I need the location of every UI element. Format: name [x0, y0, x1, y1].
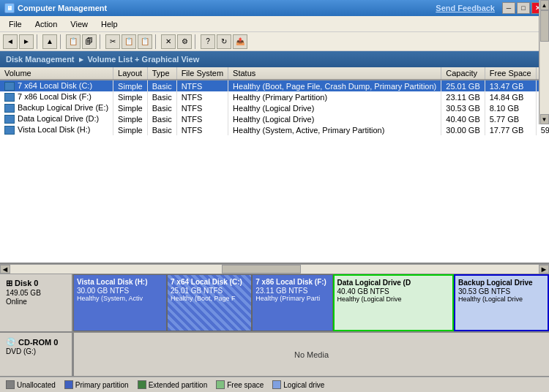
legend-primary-label: Primary partition: [75, 381, 129, 389]
cell-layout: Simple: [113, 80, 148, 91]
menu-file[interactable]: File: [3, 17, 28, 31]
menu-bar: File Action View Help: [0, 16, 549, 32]
title-bar: 🖥 Computer Management Send Feedback ─ □ …: [0, 0, 549, 16]
col-layout[interactable]: Layout: [113, 67, 148, 80]
table-row[interactable]: Vista Local Disk (H:) Simple Basic NTFS …: [0, 124, 549, 135]
cell-capacity: 40.40 GB: [441, 113, 485, 124]
disk-0-label: ⊞ Disk 0 149.05 GB Online: [0, 274, 73, 331]
legend-unalloc-label: Unallocated: [17, 381, 56, 389]
forward-button[interactable]: ►: [19, 34, 34, 49]
menu-view[interactable]: View: [64, 17, 94, 31]
cell-status: Healthy (Boot, Page File, Crash Dump, Pr…: [228, 80, 441, 91]
partition-name: Data Logical Drive (D: [337, 279, 449, 287]
cell-fs: NTFS: [176, 124, 228, 135]
send-feedback-link[interactable]: Send Feedback: [436, 4, 495, 12]
partition-status: Healthy (Boot, Page F: [171, 295, 248, 302]
export-button[interactable]: 📤: [233, 34, 247, 49]
table-row[interactable]: Backup Logical Drive (E:) Simple Basic N…: [0, 102, 549, 113]
minimize-button[interactable]: ─: [502, 2, 515, 14]
partition-status: Healthy (Logical Drive: [337, 295, 449, 303]
scroll-left-btn[interactable]: ◄: [0, 265, 10, 274]
paste-button[interactable]: 📋: [138, 34, 152, 49]
disk-0-row: ▲ ▼ ⊞ Disk 0 149.05 GB Online Vista Loca…: [0, 274, 549, 333]
col-capacity[interactable]: Capacity: [441, 67, 485, 80]
legend-primary-box: [64, 380, 73, 389]
disk-partition[interactable]: 7 x86 Local Disk (F:) 23.11 GB NTFS Heal…: [252, 274, 332, 331]
cell-free: 17.77 GB: [485, 124, 536, 135]
table-row[interactable]: 7 x64 Local Disk (C:) Simple Basic NTFS …: [0, 80, 549, 91]
partition-status: Healthy (Primary Parti: [255, 295, 329, 302]
cell-status: Healthy (Logical Drive): [228, 102, 441, 113]
table-row[interactable]: 7 x86 Local Disk (F:) Simple Basic NTFS …: [0, 91, 549, 102]
cut-button[interactable]: ✂: [105, 34, 120, 49]
menu-help[interactable]: Help: [95, 17, 124, 31]
cell-capacity: 30.00 GB: [441, 124, 485, 135]
cell-fs: NTFS: [176, 80, 228, 91]
toolbar-separator-4: [155, 34, 158, 49]
legend-primary: Primary partition: [64, 380, 129, 389]
properties-button[interactable]: ⚙: [177, 34, 192, 49]
legend-extended-box: [138, 380, 146, 389]
refresh-button[interactable]: ↻: [217, 34, 231, 49]
cell-layout: Simple: [113, 124, 148, 135]
cell-layout: Simple: [113, 113, 148, 124]
cell-capacity: 23.11 GB: [441, 91, 485, 102]
toolbar: ◄ ► ▲ 📋 🗐 ✂ 📋 📋 ✕ ⚙ ? ↻ 📤: [0, 32, 549, 51]
disk-partition[interactable]: Data Logical Drive (D 40.40 GB NTFS Heal…: [333, 274, 454, 331]
col-freespace[interactable]: Free Space: [485, 67, 536, 80]
cell-volume: Data Logical Drive (D:): [0, 113, 113, 124]
scroll-right-btn[interactable]: ►: [539, 265, 549, 274]
legend-logical: Logical drive: [272, 380, 324, 389]
partition-name: 7 x86 Local Disk (F:): [255, 278, 329, 286]
cell-free: 13.47 GB: [485, 80, 536, 91]
disk-partition[interactable]: 7 x64 Local Disk (C:) 25.01 GB NTFS Heal…: [167, 274, 252, 331]
col-volume[interactable]: Volume: [0, 67, 113, 80]
menu-action[interactable]: Action: [29, 17, 64, 31]
cell-type: Basic: [147, 91, 176, 102]
cell-volume: 7 x64 Local Disk (C:): [0, 80, 113, 91]
cell-free: 14.84 GB: [485, 91, 536, 102]
legend-free: Free space: [216, 380, 264, 389]
new-window-button[interactable]: 🗐: [82, 34, 97, 49]
restore-button[interactable]: □: [517, 2, 530, 14]
col-status[interactable]: Status: [228, 67, 441, 80]
show-hide-console-button[interactable]: 📋: [66, 34, 81, 49]
toolbar-separator-3: [100, 34, 102, 49]
table-row[interactable]: Data Logical Drive (D:) Simple Basic NTF…: [0, 113, 549, 124]
help-toolbar-button[interactable]: ?: [201, 34, 215, 49]
col-filesystem[interactable]: File System: [176, 67, 228, 80]
cell-layout: Simple: [113, 102, 148, 113]
cdrom-drive: DVD (G:): [6, 347, 66, 355]
partition-size: 30.00 GB NTFS: [77, 287, 163, 295]
scroll-thumb[interactable]: [222, 265, 301, 274]
partition-name: Backup Logical Drive: [458, 279, 545, 287]
legend: Unallocated Primary partition Extended p…: [0, 377, 549, 392]
table-header-row: Volume Layout Type File System Status Ca…: [0, 67, 549, 80]
cdrom-name: CD-ROM 0: [18, 338, 58, 347]
disk-partition[interactable]: Backup Logical Drive 30.53 GB NTFS Healt…: [454, 274, 549, 331]
cell-capacity: 30.53 GB: [441, 102, 485, 113]
back-button[interactable]: ◄: [3, 34, 18, 49]
col-type[interactable]: Type: [147, 67, 176, 80]
partition-status: Healthy (System, Activ: [77, 295, 163, 302]
cell-type: Basic: [147, 80, 176, 91]
disk-0-name: ⊞ Disk 0: [6, 279, 66, 288]
volume-table-area[interactable]: Volume Layout Type File System Status Ca…: [0, 67, 549, 264]
copy-button[interactable]: 📋: [122, 34, 136, 49]
legend-extended-label: Extended partition: [149, 381, 208, 389]
partition-status: Healthy (Logical Drive: [458, 295, 545, 303]
main-content: Volume Layout Type File System Status Ca…: [0, 67, 549, 392]
horizontal-scrollbar[interactable]: ◄ ►: [0, 264, 549, 274]
toolbar-separator-1: [37, 34, 40, 49]
disk-partition[interactable]: Vista Local Disk (H:) 30.00 GB NTFS Heal…: [73, 274, 167, 331]
cdrom-media-area: No Media: [73, 333, 549, 376]
cdrom-0-row: 💿 CD-ROM 0 DVD (G:) No Media: [0, 333, 549, 377]
disk-0-partitions: Vista Local Disk (H:) 30.00 GB NTFS Heal…: [73, 274, 549, 331]
cell-status: Healthy (Logical Drive): [228, 113, 441, 124]
scroll-track[interactable]: [10, 265, 539, 274]
legend-unallocated: Unallocated: [6, 380, 56, 389]
legend-free-box: [216, 380, 225, 389]
legend-free-label: Free space: [227, 381, 264, 389]
delete-button[interactable]: ✕: [161, 34, 176, 49]
up-button[interactable]: ▲: [42, 34, 57, 49]
